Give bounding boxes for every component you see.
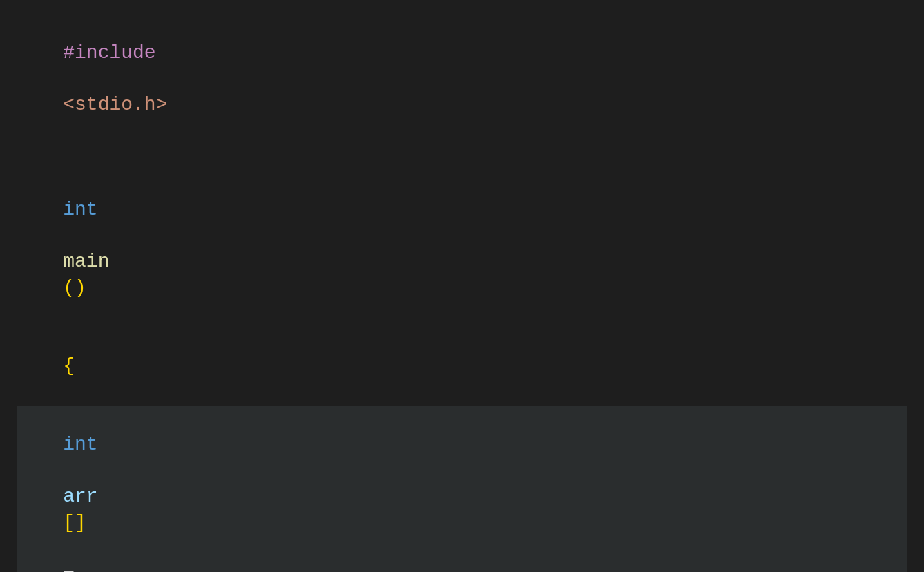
line-open-brace-main: { (17, 327, 907, 406)
line-main-decl: int main () (17, 171, 907, 327)
line-include: #include <stdio.h> (17, 14, 907, 144)
token-main-func: main (63, 251, 109, 272)
token-open-brace-main: { (63, 355, 75, 376)
code-editor: #include <stdio.h> int main () { int arr… (17, 14, 907, 572)
token-main-parens: () (63, 277, 86, 298)
line-arr-decl[interactable]: int arr [] = { 2 , 6 , 8 , -4 , -5 , 5 ,… (17, 406, 907, 572)
token-int-arr: int (63, 434, 97, 455)
token-include: #include (63, 42, 155, 64)
token-header: <stdio.h> (63, 94, 167, 115)
token-assign-arr: = (63, 564, 75, 572)
line-blank1 (17, 144, 907, 171)
token-arr-brackets: [] (63, 512, 86, 533)
token-arr-name: arr (63, 486, 97, 507)
token-int-kw: int (63, 199, 97, 220)
